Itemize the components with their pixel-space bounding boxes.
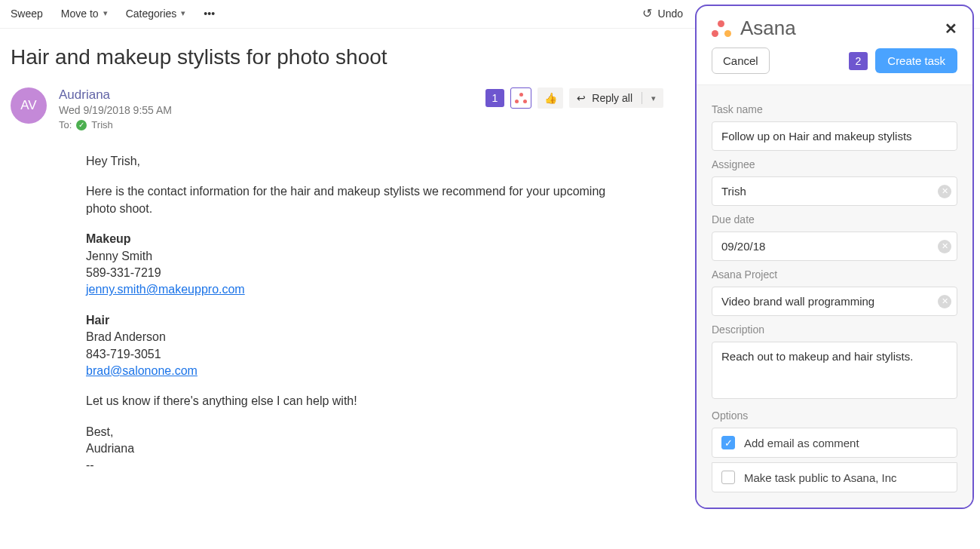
categories-label: Categories [126,8,177,20]
email-header: AV Audriana Wed 9/19/2018 9:55 AM To: ✓ … [11,87,663,130]
due-date-input[interactable] [712,232,957,261]
body-outro: Let us know if there's anything else I c… [86,393,614,409]
option-make-public-row[interactable]: Make task public to Asana, Inc [712,462,957,492]
asana-logo-icon [712,20,731,37]
hair-name: Brad Anderson [86,329,614,345]
more-actions-button[interactable]: ••• [204,8,215,20]
makeup-phone: 589-331-7219 [86,265,614,281]
assignee-label: Assignee [712,158,957,170]
project-input[interactable] [712,287,957,316]
undo-icon: ↺ [642,6,652,20]
sweep-label: Sweep [11,8,43,20]
add-email-checkbox[interactable]: ✓ [721,436,735,449]
makeup-email-link[interactable]: jenny.smith@makeuppro.com [86,283,245,296]
avatar: AV [11,87,47,124]
signature-dashes: -- [86,457,614,474]
make-public-checkbox[interactable] [721,471,735,484]
description-label: Description [712,324,957,336]
reply-all-label: Reply all [592,92,632,104]
description-input[interactable] [712,342,957,399]
make-public-label: Make task public to Asana, Inc [744,471,897,484]
chevron-down-icon: ▾ [651,94,656,103]
callout-marker-2: 2 [849,52,868,70]
asana-addin-button[interactable] [510,87,531,109]
hair-phone: 843-719-3051 [86,346,614,363]
to-name: Trish [91,119,112,130]
like-button[interactable]: 👍 [537,87,563,109]
chevron-down-icon: ▾ [181,8,185,18]
undo-label: Undo [658,8,683,20]
sender-name[interactable]: Audriana [59,87,473,103]
makeup-header: Makeup [86,232,131,245]
sweep-button[interactable]: Sweep [11,8,43,20]
more-icon: ••• [204,8,215,20]
signature-name: Audriana [86,440,614,457]
close-panel-button[interactable]: ✕ [945,20,957,38]
cancel-button[interactable]: Cancel [712,48,770,74]
create-task-button[interactable]: Create task [875,48,957,73]
move-to-button[interactable]: Move to ▾ [61,8,108,20]
signoff: Best, [86,424,614,440]
asana-logo-icon [515,93,527,103]
move-to-label: Move to [61,8,99,20]
presence-check-icon: ✓ [76,120,87,130]
chevron-down-icon: ▾ [103,8,108,18]
categories-button[interactable]: Categories ▾ [126,8,186,20]
email-reading-pane: Hair and makeup stylists for photo shoot… [0,29,686,489]
panel-title: Asana [740,17,936,40]
add-email-label: Add email as comment [744,437,859,449]
due-date-label: Due date [712,213,957,225]
to-label: To: [59,119,72,130]
clear-assignee-button[interactable]: ✕ [938,185,951,198]
option-add-email-row[interactable]: ✓ Add email as comment [712,428,957,458]
hair-email-link[interactable]: brad@salonone.com [86,364,198,377]
thumbs-up-icon: 👍 [544,92,557,104]
assignee-input[interactable] [712,176,957,206]
clear-due-date-button[interactable]: ✕ [938,240,951,253]
email-body: Hey Trish, Here is the contact informati… [86,153,614,474]
email-subject: Hair and makeup stylists for photo shoot [11,45,663,69]
task-name-label: Task name [712,103,957,115]
reply-all-button[interactable]: ↩ Reply all ▾ [569,88,663,108]
reply-all-icon: ↩ [577,92,586,104]
sent-date: Wed 9/19/2018 9:55 AM [59,104,473,116]
undo-button[interactable]: ↺ Undo [642,6,683,20]
asana-panel: Asana ✕ Cancel 2 Create task Task name A… [695,5,974,509]
clear-project-button[interactable]: ✕ [938,295,951,308]
task-name-input[interactable] [712,121,957,151]
project-label: Asana Project [712,268,957,281]
callout-marker-1: 1 [485,89,505,107]
makeup-name: Jenny Smith [86,248,614,265]
body-intro: Here is the contact information for the … [86,183,614,217]
hair-header: Hair [86,314,109,327]
options-label: Options [712,409,957,422]
body-greeting: Hey Trish, [86,153,614,170]
